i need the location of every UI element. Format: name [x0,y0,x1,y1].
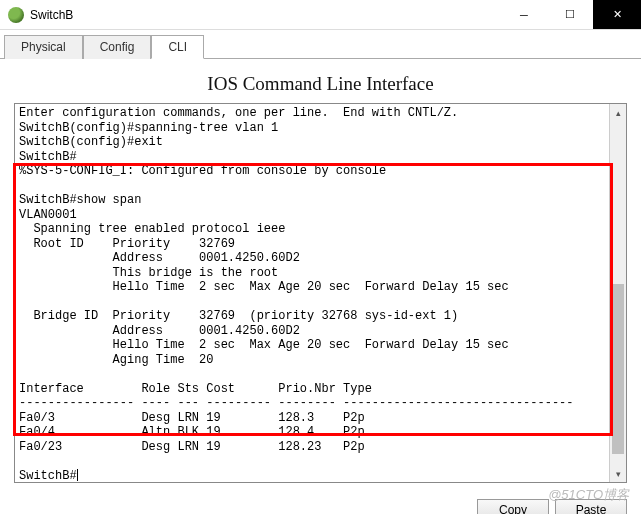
window-title: SwitchB [30,8,501,22]
tab-config[interactable]: Config [83,35,152,59]
window-controls: ─ ☐ ✕ [501,0,641,29]
minimize-button[interactable]: ─ [501,0,547,29]
titlebar: SwitchB ─ ☐ ✕ [0,0,641,30]
scroll-down-icon[interactable]: ▾ [610,465,626,482]
cli-panel: IOS Command Line Interface Enter configu… [0,59,641,491]
maximize-button[interactable]: ☐ [547,0,593,29]
close-button[interactable]: ✕ [593,0,641,29]
cli-output-box: Enter configuration commands, one per li… [14,103,627,483]
scroll-up-icon[interactable]: ▴ [610,104,626,121]
scrollbar[interactable]: ▴ ▾ [609,104,626,482]
app-icon [8,7,24,23]
paste-button[interactable]: Paste [555,499,627,514]
tab-cli[interactable]: CLI [151,35,204,59]
cli-text-content: Enter configuration commands, one per li… [19,106,574,482]
copy-button[interactable]: Copy [477,499,549,514]
tab-physical[interactable]: Physical [4,35,83,59]
text-cursor [77,469,78,481]
tab-bar: Physical Config CLI [0,30,641,59]
cli-heading: IOS Command Line Interface [14,73,627,95]
scroll-thumb[interactable] [612,284,624,454]
button-row: Copy Paste [0,491,641,514]
cli-output[interactable]: Enter configuration commands, one per li… [15,104,609,482]
